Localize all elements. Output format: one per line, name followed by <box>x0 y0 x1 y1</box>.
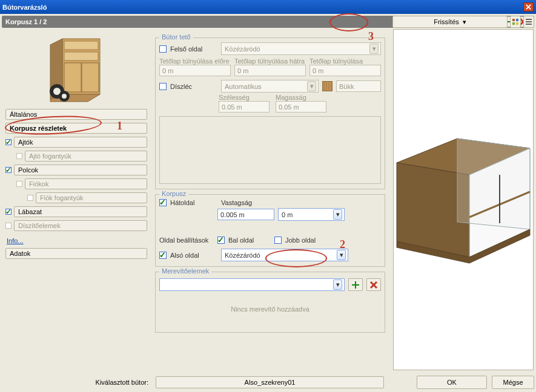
combo-vastagsag2[interactable]: 0 m▾ <box>278 208 345 221</box>
subbar-title: Korpusz 1 / 2 <box>5 18 47 25</box>
combo-merevito[interactable]: ▾ <box>159 278 345 291</box>
combo-also-oldal[interactable]: Közézáródó▾ <box>221 249 348 261</box>
nav-fiok-fogantyuk: Fiók fogantyúk <box>36 192 147 203</box>
svg-rect-4 <box>526 19 532 20</box>
svg-marker-21 <box>457 139 530 229</box>
svg-rect-5 <box>526 21 532 22</box>
svg-rect-6 <box>526 24 532 25</box>
nav-general[interactable]: Általános <box>5 109 147 120</box>
svg-rect-12 <box>64 63 81 92</box>
chk-bal-oldal[interactable] <box>217 237 225 244</box>
nav-diszitoelemek: Díszítőelemek <box>14 220 147 231</box>
nav-ajto-fogantyuk: Ajtó fogantyúk <box>25 151 147 162</box>
refresh-label: Frissítés <box>434 18 459 25</box>
chk-hatoldal[interactable] <box>159 199 167 206</box>
refresh-button[interactable]: Frissítés▾ <box>392 16 508 28</box>
fld-magassag: 0.05 m <box>276 101 326 113</box>
nav-chk-diszito[interactable] <box>5 223 12 229</box>
nav-korpusz-reszletek[interactable]: Korpusz részletek <box>5 123 147 134</box>
lbl-jobb-oldal: Jobb oldal <box>285 237 316 244</box>
lbl-tul-elore: Tetőlap túlnyúlása előre <box>159 57 231 65</box>
group-merevito: Merevítőelemek <box>159 267 211 275</box>
chevron-down-icon: ▾ <box>333 279 342 290</box>
lbl-oldal-beallit: Oldal beállítások <box>159 237 214 244</box>
nav-ajtok[interactable]: Ajtók <box>14 137 147 148</box>
nav-chk-ajto-fog[interactable] <box>16 153 22 159</box>
merevito-add-button[interactable] <box>348 278 363 291</box>
info-link[interactable]: Info... <box>7 237 24 244</box>
group-korpusz: Korpusz <box>159 190 188 197</box>
window-title: Bútorvarázsló <box>2 4 47 11</box>
lbl-felso-oldal: Felső oldal <box>170 45 217 53</box>
lbl-vastagsag: Vastagság <box>221 199 278 206</box>
chk-diszlec[interactable] <box>159 83 167 90</box>
list-icon-button[interactable] <box>523 16 534 28</box>
lbl-bal-oldal: Bal oldal <box>228 237 271 244</box>
fld-vastagsag[interactable] <box>217 209 274 220</box>
fld-tul-hatra: 0 m <box>234 65 306 76</box>
combo-diszlec: Automatikus▾ <box>221 80 319 93</box>
fld-szelesseg: 0.05 m <box>219 101 270 113</box>
footer-label: Kiválasztott bútor: <box>2 379 151 386</box>
fld-tul: 0 m <box>309 65 381 76</box>
svg-point-17 <box>62 94 67 99</box>
nav-chk-ajtok[interactable] <box>5 139 12 145</box>
dropdown-icon: ▾ <box>463 18 466 26</box>
ok-button[interactable]: OK <box>417 376 487 389</box>
chk-jobb-oldal[interactable] <box>274 237 282 244</box>
chk-also-oldal[interactable] <box>159 252 167 259</box>
lbl-magassag: Magasság <box>276 94 326 101</box>
lbl-also-oldal: Alsó oldal <box>170 252 217 259</box>
nav-chk-fiok-fog <box>27 195 33 201</box>
fld-tul-elore: 0 m <box>159 65 231 76</box>
nav-chk-fiokok[interactable] <box>16 181 22 187</box>
lbl-tul: Tetőlap túlnyúlása <box>309 57 381 65</box>
svg-rect-13 <box>82 63 99 92</box>
chk-felso-oldal[interactable] <box>159 45 167 53</box>
lbl-tul-hatra: Tetőlap túlnyúlása hátra <box>234 57 306 65</box>
nav-adatok[interactable]: Adatok <box>5 248 147 259</box>
palette-icon-button[interactable] <box>510 16 521 28</box>
selected-furniture-display: Also_szekreny01 <box>156 376 384 388</box>
group-butor-teto: Bútor tető <box>159 33 193 41</box>
svg-rect-10 <box>64 41 98 50</box>
nav-chk-labazat[interactable] <box>5 209 12 215</box>
nav-polcok[interactable]: Polcok <box>14 165 147 175</box>
cancel-button[interactable]: Mégse <box>492 376 534 389</box>
chevron-down-icon: ▾ <box>369 44 379 54</box>
diszlec-preview-box <box>159 116 381 184</box>
3d-preview[interactable] <box>393 29 534 370</box>
chevron-down-icon: ▾ <box>337 250 346 260</box>
product-thumbnail <box>2 31 153 105</box>
chevron-down-icon: ▾ <box>333 209 342 220</box>
lbl-hatoldal: Hátoldal <box>170 199 217 206</box>
nav-chk-polcok[interactable] <box>5 167 12 173</box>
merevito-delete-button[interactable] <box>366 278 381 291</box>
lbl-diszlec: Díszléc <box>170 83 217 90</box>
svg-rect-3 <box>516 22 518 25</box>
svg-rect-2 <box>512 22 515 25</box>
fld-bukk: Bükk <box>336 80 381 92</box>
material-swatch <box>322 81 333 91</box>
svg-rect-1 <box>516 19 518 21</box>
close-button[interactable] <box>523 2 534 11</box>
merevito-empty-text: Nincs merevítő hozzáadva <box>231 305 309 313</box>
svg-rect-11 <box>64 52 98 60</box>
lbl-szelesseg: Szélesség <box>219 94 270 101</box>
svg-rect-0 <box>512 19 515 21</box>
nav-labazat[interactable]: Lábazat <box>14 206 147 217</box>
combo-felso-oldal: Közézáródó▾ <box>221 42 381 55</box>
chevron-down-icon: ▾ <box>307 81 316 91</box>
nav-fiokok: Fiókok <box>25 178 147 189</box>
